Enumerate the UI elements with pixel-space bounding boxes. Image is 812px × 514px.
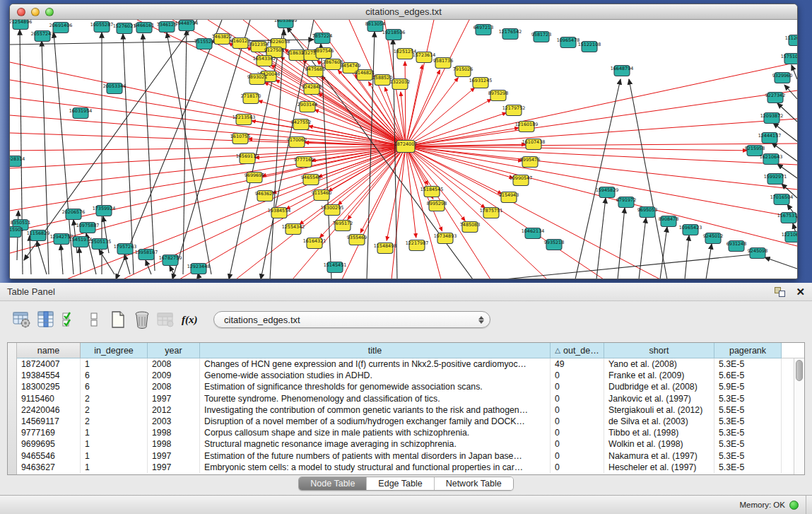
- graph-node[interactable]: 9695053: [637, 207, 657, 218]
- graph-node[interactable]: 16210643: [760, 154, 783, 165]
- create-column-icon[interactable]: [106, 307, 130, 332]
- graph-node[interactable]: 17016504: [770, 194, 794, 205]
- delete-column-icon[interactable]: [130, 307, 154, 332]
- table-cell[interactable]: Hescheler et al. (1997): [604, 462, 714, 473]
- table-cell[interactable]: Genome-wide association studies in ADHD.: [200, 370, 551, 381]
- table-cell[interactable]: 5.3E-5: [714, 393, 782, 404]
- graph-node[interactable]: 7695172: [333, 221, 353, 231]
- graph-node[interactable]: 20691406: [49, 23, 73, 33]
- graph-node[interactable]: 16543362: [253, 56, 276, 66]
- tab-edge-table[interactable]: Edge Table: [367, 477, 434, 490]
- table-cell[interactable]: Structural magnetic resonance image aver…: [200, 438, 551, 450]
- table-cell[interactable]: 2008: [148, 358, 200, 370]
- graph-node[interactable]: 6931248: [726, 241, 746, 252]
- table-vertical-scrollbar[interactable]: [794, 358, 804, 474]
- graph-node[interactable]: 7485083: [460, 222, 480, 233]
- graph-node[interactable]: 8475685: [305, 66, 325, 77]
- table-cell[interactable]: 2003: [148, 416, 200, 427]
- table-cell[interactable]: 2: [81, 393, 148, 404]
- graph-node[interactable]: 9154943: [499, 192, 519, 203]
- graph-node[interactable]: 12923448: [187, 264, 211, 274]
- table-row[interactable]: 911546021997Tourette syndrome. Phenomeno…: [17, 393, 794, 404]
- table-cell[interactable]: 5.3E-5: [714, 438, 782, 450]
- table-cell[interactable]: 6: [81, 381, 148, 392]
- column-header-out_de[interactable]: △out_de…: [551, 343, 604, 358]
- graph-node[interactable]: 16164321: [303, 238, 326, 249]
- graph-node[interactable]: 20053346: [103, 83, 126, 94]
- memory-status-icon[interactable]: [789, 501, 799, 510]
- table-cell[interactable]: Changes of HCN gene expression and I(f) …: [200, 358, 551, 370]
- graph-node[interactable]: 9245098: [748, 248, 767, 259]
- table-cell[interactable]: 5.3E-5: [714, 427, 782, 438]
- table-cell[interactable]: 5.3E-5: [714, 462, 782, 473]
- table-cell[interactable]: Yano et al. (2008): [604, 358, 714, 370]
- table-cell[interactable]: 6: [81, 370, 148, 381]
- graph-node[interactable]: 7463822: [212, 34, 232, 45]
- table-cell[interactable]: Tourette syndrome. Phenomenology and cla…: [200, 393, 551, 404]
- graph-node[interactable]: 12179752: [502, 105, 526, 116]
- graph-node[interactable]: 9160123: [230, 38, 250, 49]
- table-row[interactable]: 1872400712008Changes of HCN gene express…: [17, 358, 794, 370]
- delete-table-icon[interactable]: [154, 307, 178, 332]
- table-row[interactable]: 946554611997Estimation of the future num…: [17, 450, 794, 462]
- graph-node[interactable]: 2718170: [241, 93, 261, 104]
- column-header-title[interactable]: title: [200, 343, 551, 358]
- graph-node[interactable]: 9115460: [312, 190, 331, 201]
- table-selector[interactable]: citations_edges.txt: [213, 311, 490, 328]
- table-cell[interactable]: 9465546: [17, 450, 81, 462]
- graph-node[interactable]: 9227342: [765, 93, 785, 103]
- graph-node[interactable]: 9777169: [294, 157, 314, 168]
- graph-node[interactable]: 19384554: [268, 208, 291, 218]
- graph-node[interactable]: 12160189: [515, 122, 539, 132]
- graph-node[interactable]: 3915901: [10, 227, 23, 238]
- graph-node[interactable]: 20557243: [31, 31, 54, 42]
- table-cell[interactable]: 14569117: [17, 416, 81, 427]
- graph-node[interactable]: 1610755: [230, 134, 250, 144]
- graph-node[interactable]: 15184545: [420, 187, 444, 197]
- graph-node[interactable]: 8995476: [520, 157, 540, 168]
- graph-node[interactable]: 12213563: [233, 115, 256, 125]
- graph-node[interactable]: 17359924: [93, 206, 116, 216]
- graph-node[interactable]: 9245012: [703, 233, 723, 244]
- table-cell[interactable]: 0: [551, 393, 604, 404]
- graph-node[interactable]: 15122108: [578, 42, 601, 52]
- table-cell[interactable]: 0: [551, 416, 604, 427]
- column-header-year[interactable]: year: [148, 343, 200, 358]
- graph-node[interactable]: 9355469: [347, 235, 367, 245]
- graph-node[interactable]: 2903144: [298, 102, 317, 112]
- graph-node[interactable]: 10990547: [510, 175, 533, 186]
- table-cell[interactable]: 2: [81, 416, 148, 427]
- table-cell[interactable]: 1998: [148, 438, 200, 450]
- table-cell[interactable]: Investigating the contribution of common…: [200, 404, 551, 416]
- table-cell[interactable]: 18724007: [17, 358, 81, 370]
- table-row[interactable]: 1830029562008Estimation of significance …: [17, 381, 794, 392]
- graph-node[interactable]: 15276021: [113, 23, 136, 34]
- table-cell[interactable]: 0: [551, 450, 604, 462]
- graph-node[interactable]: 18724007: [394, 141, 418, 153]
- table-cell[interactable]: 18300295: [17, 381, 81, 392]
- function-builder-icon[interactable]: f(x): [178, 307, 202, 332]
- graph-node[interactable]: 17957263: [114, 244, 137, 255]
- graph-node[interactable]: 12176542: [499, 29, 522, 40]
- graph-node[interactable]: 15992971: [764, 174, 787, 185]
- graph-node[interactable]: 21254896: [10, 20, 32, 30]
- graph-node[interactable]: 10965423: [679, 225, 702, 235]
- table-cell[interactable]: 2012: [148, 404, 200, 416]
- table-row[interactable]: 2242004622012Investigating the contribut…: [17, 404, 794, 416]
- graph-node[interactable]: 9170062: [287, 137, 307, 148]
- table-cell[interactable]: 1997: [148, 462, 200, 473]
- graph-node[interactable]: 12210648: [782, 232, 797, 243]
- column-header-pagerank[interactable]: pagerank: [714, 343, 782, 358]
- window-titlebar[interactable]: citations_edges.txt: [10, 4, 797, 20]
- table-cell[interactable]: 19384554: [17, 370, 81, 381]
- graph-node[interactable]: 20206576: [62, 209, 86, 220]
- graph-node[interactable]: 11156829: [27, 230, 50, 241]
- table-cell[interactable]: 5.5E-5: [714, 404, 782, 416]
- table-cell[interactable]: 1: [81, 427, 148, 438]
- table-cell[interactable]: 2009: [148, 370, 200, 381]
- table-cell[interactable]: Tibbo et al. (1998): [604, 427, 714, 438]
- table-cell[interactable]: 22420046: [17, 404, 81, 416]
- graph-node[interactable]: 9581736: [433, 58, 453, 69]
- graph-node[interactable]: 6791972: [616, 197, 636, 208]
- table-cell[interactable]: 9463627: [17, 462, 81, 473]
